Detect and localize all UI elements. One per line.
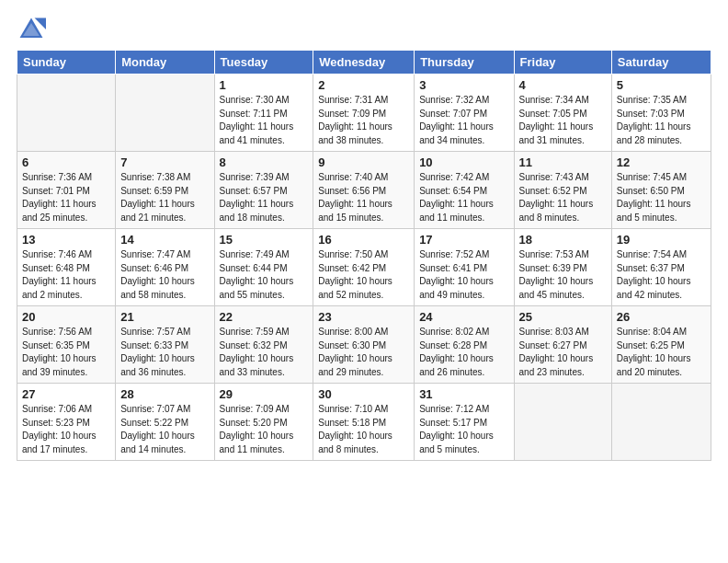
calendar-cell: [611, 384, 711, 461]
day-info: Sunrise: 7:09 AM Sunset: 5:20 PM Dayligh…: [220, 403, 309, 456]
calendar-cell: 11Sunrise: 7:43 AM Sunset: 6:52 PM Dayli…: [514, 152, 611, 229]
day-info: Sunrise: 7:34 AM Sunset: 7:05 PM Dayligh…: [519, 94, 607, 147]
calendar-cell: 23Sunrise: 8:00 AM Sunset: 6:30 PM Dayli…: [313, 306, 415, 384]
day-number: 30: [318, 387, 409, 401]
day-info: Sunrise: 7:46 AM Sunset: 6:48 PM Dayligh…: [22, 248, 110, 302]
col-header-thursday: Thursday: [415, 51, 514, 75]
day-info: Sunrise: 7:57 AM Sunset: 6:33 PM Dayligh…: [120, 326, 209, 379]
day-info: Sunrise: 7:43 AM Sunset: 6:52 PM Dayligh…: [519, 171, 607, 224]
calendar-week-row: 13Sunrise: 7:46 AM Sunset: 6:48 PM Dayli…: [17, 229, 711, 306]
day-number: 26: [617, 310, 706, 324]
calendar-cell: 24Sunrise: 8:02 AM Sunset: 6:28 PM Dayli…: [415, 306, 514, 384]
logo-icon: [17, 15, 46, 44]
day-number: 7: [120, 155, 209, 169]
day-number: 25: [519, 310, 607, 324]
calendar-cell: 12Sunrise: 7:45 AM Sunset: 6:50 PM Dayli…: [611, 152, 711, 229]
calendar-cell: 7Sunrise: 7:38 AM Sunset: 6:59 PM Daylig…: [116, 152, 214, 229]
day-info: Sunrise: 7:35 AM Sunset: 7:03 PM Dayligh…: [617, 94, 706, 147]
day-number: 4: [519, 78, 607, 92]
col-header-friday: Friday: [514, 51, 611, 75]
day-info: Sunrise: 7:50 AM Sunset: 6:42 PM Dayligh…: [318, 248, 409, 302]
day-number: 24: [419, 310, 508, 324]
day-number: 23: [318, 310, 409, 324]
calendar-cell: [116, 75, 214, 152]
calendar-week-row: 1Sunrise: 7:30 AM Sunset: 7:11 PM Daylig…: [17, 75, 711, 152]
calendar-cell: 17Sunrise: 7:52 AM Sunset: 6:41 PM Dayli…: [415, 229, 514, 306]
day-info: Sunrise: 7:31 AM Sunset: 7:09 PM Dayligh…: [318, 94, 409, 147]
day-info: Sunrise: 7:40 AM Sunset: 6:56 PM Dayligh…: [318, 171, 409, 224]
day-number: 12: [617, 155, 706, 169]
day-number: 27: [22, 387, 110, 401]
day-number: 13: [22, 233, 110, 247]
day-info: Sunrise: 8:04 AM Sunset: 6:25 PM Dayligh…: [617, 326, 706, 379]
calendar-cell: 2Sunrise: 7:31 AM Sunset: 7:09 PM Daylig…: [313, 75, 415, 152]
day-number: 31: [419, 387, 508, 401]
day-number: 14: [120, 233, 209, 247]
day-info: Sunrise: 7:56 AM Sunset: 6:35 PM Dayligh…: [22, 326, 110, 379]
calendar-cell: [17, 75, 116, 152]
day-info: Sunrise: 7:38 AM Sunset: 6:59 PM Dayligh…: [120, 171, 209, 224]
day-info: Sunrise: 7:39 AM Sunset: 6:57 PM Dayligh…: [220, 171, 309, 224]
calendar-cell: 14Sunrise: 7:47 AM Sunset: 6:46 PM Dayli…: [116, 229, 214, 306]
calendar-cell: 10Sunrise: 7:42 AM Sunset: 6:54 PM Dayli…: [415, 152, 514, 229]
calendar-cell: 26Sunrise: 8:04 AM Sunset: 6:25 PM Dayli…: [611, 306, 711, 384]
day-number: 16: [318, 233, 409, 247]
calendar-cell: 29Sunrise: 7:09 AM Sunset: 5:20 PM Dayli…: [214, 384, 313, 461]
day-number: 1: [220, 78, 309, 92]
day-number: 11: [519, 155, 607, 169]
day-number: 22: [220, 310, 309, 324]
calendar-cell: 15Sunrise: 7:49 AM Sunset: 6:44 PM Dayli…: [214, 229, 313, 306]
day-number: 18: [519, 233, 607, 247]
calendar-week-row: 27Sunrise: 7:06 AM Sunset: 5:23 PM Dayli…: [17, 384, 711, 461]
day-info: Sunrise: 7:36 AM Sunset: 7:01 PM Dayligh…: [22, 171, 110, 224]
day-number: 15: [220, 233, 309, 247]
day-number: 20: [22, 310, 110, 324]
calendar-cell: 21Sunrise: 7:57 AM Sunset: 6:33 PM Dayli…: [116, 306, 214, 384]
col-header-monday: Monday: [116, 51, 214, 75]
calendar-cell: [514, 384, 611, 461]
calendar-cell: 9Sunrise: 7:40 AM Sunset: 6:56 PM Daylig…: [313, 152, 415, 229]
calendar-table: SundayMondayTuesdayWednesdayThursdayFrid…: [17, 50, 711, 461]
day-info: Sunrise: 8:03 AM Sunset: 6:27 PM Dayligh…: [519, 326, 607, 379]
day-info: Sunrise: 7:10 AM Sunset: 5:18 PM Dayligh…: [318, 403, 409, 456]
calendar-week-row: 6Sunrise: 7:36 AM Sunset: 7:01 PM Daylig…: [17, 152, 711, 229]
day-info: Sunrise: 7:52 AM Sunset: 6:41 PM Dayligh…: [419, 248, 508, 302]
calendar-cell: 18Sunrise: 7:53 AM Sunset: 6:39 PM Dayli…: [514, 229, 611, 306]
calendar-cell: 16Sunrise: 7:50 AM Sunset: 6:42 PM Dayli…: [313, 229, 415, 306]
day-info: Sunrise: 7:06 AM Sunset: 5:23 PM Dayligh…: [22, 403, 110, 456]
calendar-cell: 3Sunrise: 7:32 AM Sunset: 7:07 PM Daylig…: [415, 75, 514, 152]
day-info: Sunrise: 7:07 AM Sunset: 5:22 PM Dayligh…: [120, 403, 209, 456]
day-info: Sunrise: 7:47 AM Sunset: 6:46 PM Dayligh…: [120, 248, 209, 302]
page: SundayMondayTuesdayWednesdayThursdayFrid…: [0, 0, 728, 563]
day-info: Sunrise: 7:54 AM Sunset: 6:37 PM Dayligh…: [617, 248, 706, 302]
calendar-cell: 20Sunrise: 7:56 AM Sunset: 6:35 PM Dayli…: [17, 306, 116, 384]
col-header-tuesday: Tuesday: [214, 51, 313, 75]
calendar-cell: 22Sunrise: 7:59 AM Sunset: 6:32 PM Dayli…: [214, 306, 313, 384]
col-header-saturday: Saturday: [611, 51, 711, 75]
calendar-cell: 28Sunrise: 7:07 AM Sunset: 5:22 PM Dayli…: [116, 384, 214, 461]
calendar-cell: 6Sunrise: 7:36 AM Sunset: 7:01 PM Daylig…: [17, 152, 116, 229]
calendar-cell: 25Sunrise: 8:03 AM Sunset: 6:27 PM Dayli…: [514, 306, 611, 384]
calendar-cell: 1Sunrise: 7:30 AM Sunset: 7:11 PM Daylig…: [214, 75, 313, 152]
calendar-cell: 19Sunrise: 7:54 AM Sunset: 6:37 PM Dayli…: [611, 229, 711, 306]
day-number: 21: [120, 310, 209, 324]
calendar-cell: 8Sunrise: 7:39 AM Sunset: 6:57 PM Daylig…: [214, 152, 313, 229]
day-info: Sunrise: 7:42 AM Sunset: 6:54 PM Dayligh…: [419, 171, 508, 224]
day-info: Sunrise: 7:32 AM Sunset: 7:07 PM Dayligh…: [419, 94, 508, 147]
day-info: Sunrise: 7:49 AM Sunset: 6:44 PM Dayligh…: [220, 248, 309, 302]
calendar-header-row: SundayMondayTuesdayWednesdayThursdayFrid…: [17, 51, 711, 75]
day-info: Sunrise: 7:45 AM Sunset: 6:50 PM Dayligh…: [617, 171, 706, 224]
day-number: 3: [419, 78, 508, 92]
day-info: Sunrise: 8:02 AM Sunset: 6:28 PM Dayligh…: [419, 326, 508, 379]
day-number: 28: [120, 387, 209, 401]
calendar-cell: 27Sunrise: 7:06 AM Sunset: 5:23 PM Dayli…: [17, 384, 116, 461]
day-number: 8: [220, 155, 309, 169]
day-number: 10: [419, 155, 508, 169]
col-header-sunday: Sunday: [17, 51, 116, 75]
col-header-wednesday: Wednesday: [313, 51, 415, 75]
day-number: 19: [617, 233, 706, 247]
header: [17, 9, 711, 44]
calendar-week-row: 20Sunrise: 7:56 AM Sunset: 6:35 PM Dayli…: [17, 306, 711, 384]
day-info: Sunrise: 7:12 AM Sunset: 5:17 PM Dayligh…: [419, 403, 508, 456]
day-number: 6: [22, 155, 110, 169]
